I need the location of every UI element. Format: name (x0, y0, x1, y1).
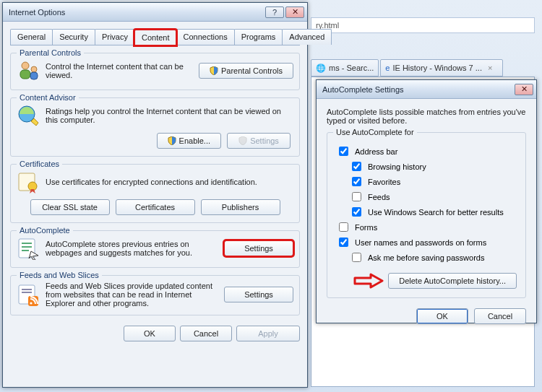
advisor-icon (17, 104, 40, 127)
feeds-icon (17, 283, 40, 306)
titlebar[interactable]: Internet Options ? ✕ (3, 3, 307, 22)
check-browsing-history[interactable]: Browsing history (349, 160, 517, 173)
svg-point-17 (30, 302, 32, 304)
certs-desc: Use certificates for encrypted connectio… (46, 178, 293, 186)
check-feeds[interactable]: Feeds (349, 190, 517, 204)
cancel-button[interactable]: Cancel (474, 308, 526, 324)
tab-label: ms - Searc... (329, 64, 374, 72)
clear-ssl-button[interactable]: Clear SSL state (30, 199, 110, 215)
internet-options-dialog: Internet Options ? ✕ General Security Pr… (2, 2, 308, 388)
shield-icon (168, 136, 176, 145)
group-content-advisor: Content Advisor Ratings help you control… (10, 97, 300, 157)
tab-general[interactable]: General (10, 29, 53, 45)
browser-tab[interactable]: e IE History - Windows 7 ... × (380, 59, 503, 77)
group-feeds: Feeds and Web Slices Feeds and Web Slice… (10, 275, 300, 315)
shield-icon (238, 136, 247, 145)
autocomplete-icon (17, 237, 40, 260)
advisor-settings-button: Settings (227, 133, 291, 149)
autocomplete-settings-button[interactable]: Settings (224, 240, 293, 256)
parental-controls-button[interactable]: Parental Controls (199, 63, 293, 79)
publishers-button[interactable]: Publishers (201, 199, 280, 215)
legend: Content Advisor (17, 93, 79, 102)
delete-autocomplete-history-button[interactable]: Delete AutoComplete history... (388, 273, 517, 289)
check-favorites[interactable]: Favorites (349, 175, 517, 188)
dialog-footer: OK Cancel Apply (10, 326, 300, 341)
apply-button: Apply (236, 326, 300, 341)
checkbox[interactable] (352, 162, 361, 171)
parental-desc: Control the Internet content that can be… (46, 62, 193, 79)
group-parental: Parental Controls Control the Internet c… (10, 53, 300, 90)
close-icon[interactable]: × (488, 64, 492, 72)
tab-strip: General Security Privacy Content Connect… (10, 29, 300, 45)
shield-icon (210, 66, 218, 75)
svg-point-2 (31, 66, 37, 72)
svg-point-0 (22, 62, 29, 69)
checkbox[interactable] (352, 253, 361, 262)
close-button[interactable]: ✕ (515, 84, 533, 95)
dialog-footer: OK Cancel (327, 308, 526, 324)
legend: Use AutoComplete for (333, 128, 417, 136)
close-button[interactable]: ✕ (285, 6, 304, 18)
certificates-button[interactable]: Certificates (116, 199, 195, 215)
dialog-title: AutoComplete Settings (322, 85, 404, 94)
tab-connections[interactable]: Connections (176, 29, 234, 45)
ok-button[interactable]: OK (416, 308, 468, 324)
tab-label: IE History - Windows 7 ... (392, 64, 481, 72)
check-usernames-passwords[interactable]: User names and passwords on forms (336, 235, 517, 249)
address-bar-fragment: ry.html (311, 17, 535, 33)
check-forms[interactable]: Forms (336, 220, 517, 234)
globe-icon: 🌐 (316, 64, 326, 73)
check-ask-before-save[interactable]: Ask me before saving passwords (349, 251, 517, 264)
browser-tab[interactable]: 🌐 ms - Searc... (311, 59, 379, 77)
group-certificates: Certificates Use certificates for encryp… (10, 164, 300, 223)
help-button[interactable]: ? (265, 6, 284, 18)
tab-security[interactable]: Security (52, 29, 95, 45)
tab-privacy[interactable]: Privacy (95, 29, 135, 45)
tab-advanced[interactable]: Advanced (282, 29, 332, 45)
checkbox[interactable] (339, 238, 348, 247)
legend: Feeds and Web Slices (17, 271, 102, 279)
browser-tabs: 🌐 ms - Searc... e IE History - Windows 7… (311, 59, 535, 77)
cancel-button[interactable]: Cancel (180, 326, 232, 341)
feeds-desc: Feeds and Web Slices provide updated con… (46, 282, 218, 308)
ie-icon: e (385, 64, 390, 72)
tab-content[interactable]: Content (134, 30, 177, 45)
legend: Parental Controls (17, 48, 84, 57)
enable-button[interactable]: Enable... (157, 133, 221, 149)
feeds-settings-button[interactable]: Settings (224, 287, 293, 302)
intro-text: AutoComplete lists possible matches from… (327, 108, 526, 125)
legend: AutoComplete (17, 226, 73, 235)
checkbox[interactable] (352, 192, 361, 201)
svg-marker-12 (29, 251, 38, 260)
checkbox[interactable] (339, 147, 348, 156)
checkbox[interactable] (339, 222, 348, 232)
autocomplete-settings-dialog: AutoComplete Settings ✕ AutoComplete lis… (316, 79, 537, 323)
group-autocomplete: AutoComplete AutoComplete stores previou… (10, 230, 300, 268)
check-windows-search[interactable]: Use Windows Search for better results (349, 205, 517, 219)
check-address-bar[interactable]: Address bar (336, 144, 517, 158)
certificate-icon (17, 170, 40, 193)
advisor-desc: Ratings help you control the Internet co… (46, 107, 293, 124)
titlebar[interactable]: AutoComplete Settings ✕ (317, 80, 536, 99)
checkbox[interactable] (352, 177, 361, 186)
red-arrow-icon (353, 273, 384, 289)
parental-icon (17, 59, 40, 82)
dialog-title: Internet Options (9, 8, 65, 17)
svg-rect-3 (30, 72, 38, 79)
tab-programs[interactable]: Programs (234, 29, 283, 45)
legend: Certificates (17, 160, 62, 168)
autocomplete-desc: AutoComplete stores previous entries on … (46, 240, 218, 257)
use-autocomplete-group: Use AutoComplete for Address bar Browsin… (327, 132, 526, 298)
svg-rect-1 (20, 70, 30, 79)
checkbox[interactable] (352, 207, 361, 217)
ok-button[interactable]: OK (124, 326, 176, 341)
